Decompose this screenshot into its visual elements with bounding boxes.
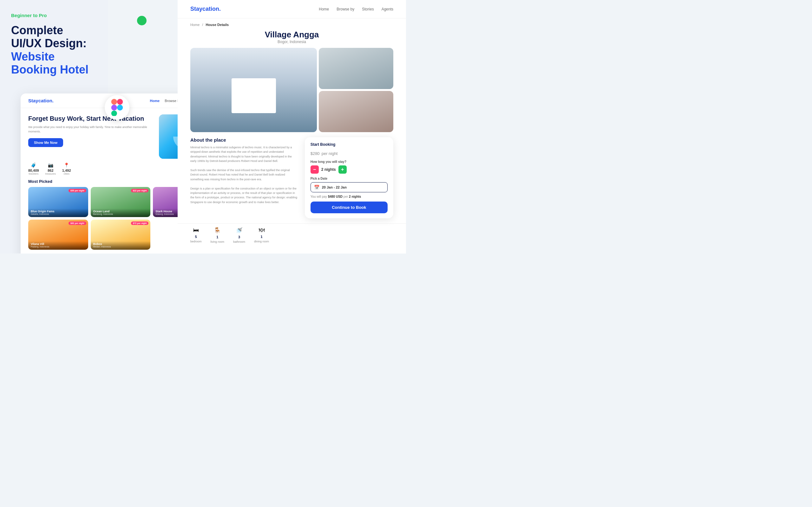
card-bobox[interactable]: $72 per night Bobox Medan, Indonesia xyxy=(91,220,151,250)
figma-badge xyxy=(105,95,130,120)
date-value: 20 Jan - 22 Jan xyxy=(322,185,347,189)
stat-cities-label: cities xyxy=(64,172,69,175)
card-name-1: Blue Origin Fams xyxy=(31,210,86,213)
booking-card: Start Booking $280 per night How long yo… xyxy=(305,137,393,218)
card-info-4: Vilana Vill Padang, Indonesia xyxy=(28,241,88,250)
dining-room-label: dining room xyxy=(254,240,269,243)
dining-room-icon: 🍽 xyxy=(259,227,264,233)
breadcrumb-home[interactable]: Home xyxy=(190,23,200,26)
hero-text: Forget Busy Work, Start Next Vacation We… xyxy=(28,114,154,147)
card-price-badge-4: $62 per night xyxy=(68,222,86,225)
svg-rect-4 xyxy=(111,111,117,116)
right-nav-stories[interactable]: Stories xyxy=(362,7,374,11)
breadcrumb: Home / House Details xyxy=(177,18,406,29)
mockup-brand: Staycation. xyxy=(28,98,54,103)
card-price-badge-2: $22 per night xyxy=(131,189,149,192)
right-brand-highlight: Stay xyxy=(190,6,202,12)
date-label: Pick a Date xyxy=(310,177,388,180)
svg-rect-2 xyxy=(111,105,117,110)
right-mockup: Staycation. Home Browse by Stories Agent… xyxy=(177,0,406,253)
card-info-5: Bobox Medan, Indonesia xyxy=(91,241,151,250)
living-room-icon: 🪑 xyxy=(214,227,221,234)
card-price-badge-1: $55 per night xyxy=(68,189,86,192)
nights-minus-button[interactable]: − xyxy=(310,165,319,174)
living-room-count: 1 xyxy=(216,235,218,239)
dot-green-decoration xyxy=(137,16,147,25)
about-section: About the place Minimal techno is a mini… xyxy=(190,137,299,218)
card-name-2: Ocean Land xyxy=(93,210,148,213)
figma-logo-icon xyxy=(110,99,124,116)
stat-travelers-num: 80,409 xyxy=(28,169,39,172)
nights-value: 2 nights xyxy=(321,167,336,172)
per-nights-label: per xyxy=(344,195,349,199)
beginner-label: Beginner to Pro xyxy=(11,13,97,18)
svg-point-3 xyxy=(117,105,123,110)
price-per: per night xyxy=(322,151,338,156)
right-brand: Staycation. xyxy=(190,6,221,12)
bathroom-icon: 🚿 xyxy=(236,227,243,234)
card-name-5: Bobox xyxy=(93,242,148,245)
card-blue-origin[interactable]: $55 per night Blue Origin Fams Jakarta, … xyxy=(28,187,88,217)
card-vilana[interactable]: $62 per night Vilana Vill Padang, Indone… xyxy=(28,220,88,250)
about-text: Minimal techno is a minimalist subgenre … xyxy=(190,145,299,205)
photo-main xyxy=(190,48,317,132)
hero-sub: We provide what you need to enjoy your h… xyxy=(28,125,154,134)
treasures-icon: 📷 xyxy=(48,163,53,168)
right-nav-links: Home Browse by Stories Agents xyxy=(319,7,393,11)
show-me-button[interactable]: Show Me Now xyxy=(28,138,63,147)
right-nav-agents[interactable]: Agents xyxy=(382,7,393,11)
dining-room-count: 1 xyxy=(261,235,263,239)
content-booking: About the place Minimal techno is a mini… xyxy=(177,137,406,223)
property-location: Bogor, Indonesia xyxy=(190,40,393,44)
about-title: About the place xyxy=(190,137,299,143)
price-line: $280 per night xyxy=(310,149,388,157)
card-info-2: Ocean Land Bandung, Indonesia xyxy=(91,209,151,217)
card-info-1: Blue Origin Fams Jakarta, Indonesia xyxy=(28,209,88,217)
stat-travelers: 🧳 80,409 travelers xyxy=(28,163,39,175)
continue-to-book-button[interactable]: Continue to Book xyxy=(310,202,388,213)
stat-treasures: 📷 862 treasures xyxy=(45,163,56,175)
photo-main-inner xyxy=(190,48,317,132)
total-line: You will pay $480 USD per 2 nights xyxy=(310,195,388,199)
title-line1: Complete UI/UX Design: xyxy=(11,24,87,50)
booking-title: Start Booking xyxy=(310,142,388,147)
photo-small-1 xyxy=(319,48,393,89)
brand-highlight: Stay xyxy=(28,98,38,103)
main-title: Complete UI/UX Design: Website Booking H… xyxy=(11,24,97,76)
bedroom-icon: 🛏 xyxy=(193,227,199,233)
right-nav-home[interactable]: Home xyxy=(319,7,329,11)
amenity-living-room: 🪑 1 living room xyxy=(211,227,224,243)
svg-rect-1 xyxy=(117,99,123,105)
nav-home[interactable]: Home xyxy=(150,99,160,103)
card-price-badge-5: $72 per night xyxy=(131,222,149,225)
date-picker[interactable]: 📅 20 Jan - 22 Jan xyxy=(310,182,388,192)
hero-heading: Forget Busy Work, Start Next Vacation xyxy=(28,114,154,123)
property-title: Village Angga xyxy=(190,30,393,40)
card-name-4: Vilana Vill xyxy=(31,242,86,245)
breadcrumb-current: House Details xyxy=(206,23,229,26)
amenity-bathroom: 🚿 3 bathroom xyxy=(233,227,245,243)
duration-label: How long you will stay? xyxy=(310,160,388,164)
card-loc-2: Bandung, Indonesia xyxy=(93,213,148,215)
property-title-area: Village Angga Bogor, Indonesia xyxy=(177,29,406,48)
nights-plus-button[interactable]: + xyxy=(339,165,347,174)
card-loc-1: Jakarta, Indonesia xyxy=(31,213,86,215)
photo-small-2 xyxy=(319,91,393,132)
stat-treasures-num: 862 xyxy=(45,169,56,172)
svg-rect-0 xyxy=(111,99,117,105)
nights-control: − 2 nights + xyxy=(310,165,388,174)
right-nav: Staycation. Home Browse by Stories Agent… xyxy=(177,0,406,18)
amenity-dining-room: 🍽 1 dining room xyxy=(254,227,269,243)
stat-travelers-label: travelers xyxy=(29,172,38,175)
photo-grid xyxy=(177,48,406,137)
amenity-bedroom: 🛏 5 bedroom xyxy=(190,227,202,243)
right-nav-browse[interactable]: Browse by xyxy=(337,7,354,11)
calendar-icon: 📅 xyxy=(314,185,319,190)
card-ocean-land[interactable]: $22 per night Ocean Land Bandung, Indone… xyxy=(91,187,151,217)
card-loc-4: Padang, Indonesia xyxy=(31,245,86,248)
stat-cities-num: 1,492 xyxy=(62,169,71,172)
stat-treasures-label: treasures xyxy=(45,172,56,175)
cities-icon: 📍 xyxy=(64,163,69,168)
per-nights-value: 2 nights xyxy=(349,195,361,199)
stat-cities: 📍 1,492 cities xyxy=(62,163,71,175)
